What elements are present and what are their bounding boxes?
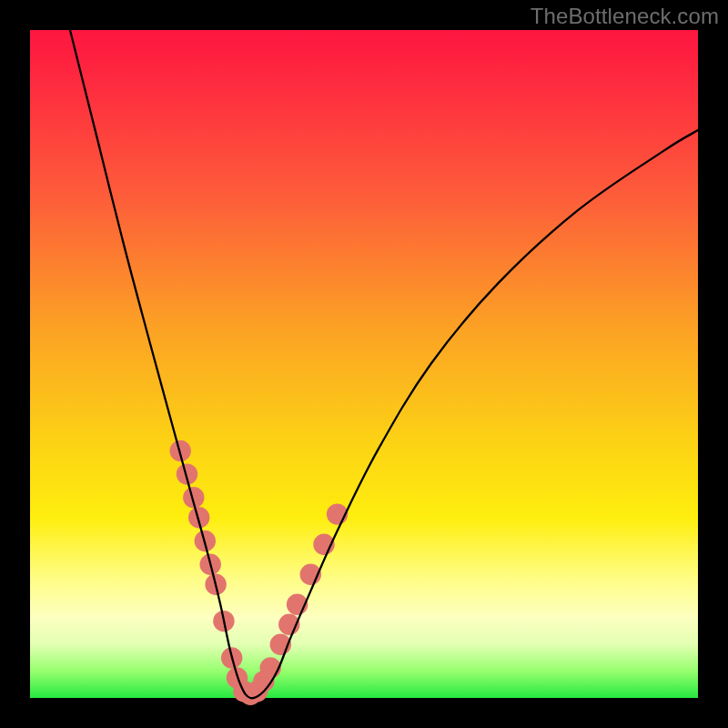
marker-group — [170, 440, 349, 705]
bottleneck-curve — [70, 30, 698, 698]
plot-area — [30, 30, 698, 698]
chart-svg — [30, 30, 698, 698]
outer-frame: TheBottleneck.com — [0, 0, 728, 728]
watermark-text: TheBottleneck.com — [531, 4, 719, 29]
